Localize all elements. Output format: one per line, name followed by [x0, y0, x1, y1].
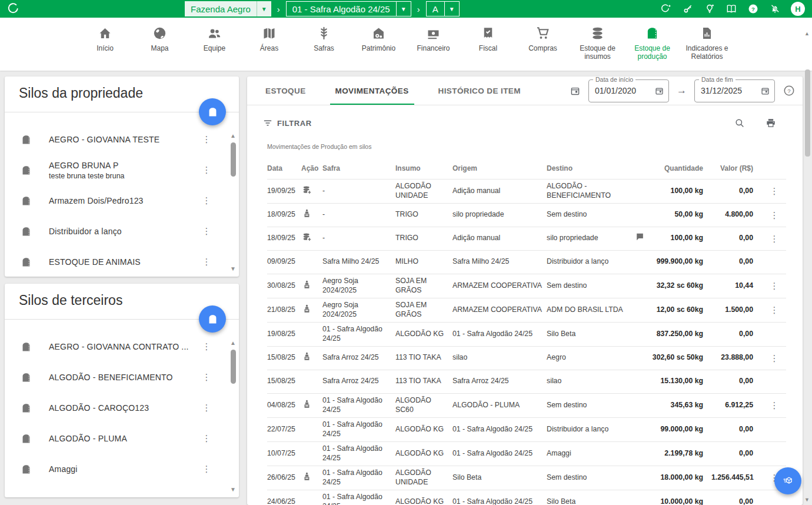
chevron-down-icon[interactable]: ▼ — [396, 2, 411, 16]
add-property-silo-button[interactable] — [199, 98, 226, 125]
date-start-field[interactable]: Data de início 01/01/2020 — [588, 79, 669, 102]
silo-item-menu-button[interactable]: ⋮ — [201, 341, 212, 352]
row-menu-button[interactable]: ⋮ — [770, 186, 779, 196]
silo-item-menu-button[interactable]: ⋮ — [201, 372, 212, 383]
key-icon[interactable] — [682, 3, 694, 15]
scroll-up-icon[interactable]: ▲ — [804, 31, 810, 36]
property-list-scrollbar: ▲ ▼ — [229, 132, 237, 272]
notifications-off-icon[interactable] — [769, 3, 781, 15]
silo-item-menu-button[interactable]: ⋮ — [201, 134, 212, 145]
silo-item-menu-button[interactable]: ⋮ — [201, 165, 212, 175]
calendar-icon[interactable] — [654, 86, 664, 96]
nav-item-label: Safras — [314, 44, 334, 52]
col-header-safra: Safra — [322, 164, 395, 174]
silo-list-item[interactable]: ESTOQUE DE ANIMAIS⋮ — [5, 247, 239, 277]
silo-list-item[interactable]: Armazem Dois/Pedro123⋮ — [5, 185, 239, 216]
print-icon[interactable] — [765, 117, 777, 129]
help-icon[interactable]: ? — [747, 3, 759, 15]
nav-item-safras[interactable]: Safras — [301, 25, 348, 71]
nav-item-financeiro[interactable]: Financeiro — [410, 25, 457, 71]
silo-name: AEGRO - GIOVANNA CONTRATO ... — [49, 342, 189, 351]
nav-item-label: Financeiro — [417, 44, 450, 52]
referral-icon[interactable] — [660, 3, 672, 15]
scrollbar-thumb[interactable] — [231, 142, 236, 177]
nav-item-estoque-insumos[interactable]: Estoque de insumos — [574, 25, 621, 71]
silo-list-item[interactable]: Amaggi⋮ — [5, 454, 239, 484]
lightbulb-plus-icon[interactable] — [704, 3, 716, 15]
nav-item-patrimonio[interactable]: Patrimônio — [355, 25, 402, 71]
property-silos-header: Silos da propriedade — [5, 77, 239, 112]
cell-safra: 01 - Safra Algodão 24/25 — [322, 493, 395, 505]
nav-item-compras[interactable]: Compras — [520, 25, 567, 71]
help-outline-icon[interactable]: ? — [783, 84, 796, 97]
avatar[interactable]: H — [791, 2, 805, 16]
cell-quantidade: 345,63 kg — [649, 401, 711, 410]
nav-item-estoque-producao[interactable]: Estoque de produção — [629, 25, 676, 71]
row-menu-button[interactable]: ⋮ — [770, 400, 779, 410]
table-row: 24/06/2501 - Safra Algodão 24/25ALGODÃO … — [267, 490, 786, 505]
plot-selector[interactable]: A ▼ — [426, 1, 460, 16]
scroll-down-icon[interactable]: ▼ — [230, 265, 236, 272]
silo-list-item[interactable]: Distribuidor a lanço⋮ — [5, 216, 239, 247]
scroll-up-icon[interactable]: ▲ — [230, 132, 236, 139]
table-row: 18/09/25-TRIGOsilo propriedadeSem destin… — [267, 204, 786, 227]
filter-button[interactable]: FILTRAR — [262, 118, 312, 128]
scroll-up-icon[interactable]: ▲ — [230, 340, 236, 346]
nav-item-fiscal[interactable]: Fiscal — [465, 25, 512, 71]
silo-list-item[interactable]: AEGRO - GIOVANNA TESTE⋮ — [5, 124, 239, 155]
quick-actions-fab[interactable] — [774, 467, 801, 494]
scroll-down-icon[interactable]: ▼ — [230, 486, 236, 493]
scrollbar-thumb[interactable] — [805, 69, 810, 157]
row-menu-button[interactable]: ⋮ — [770, 353, 779, 363]
search-icon[interactable] — [734, 117, 746, 129]
date-end-value[interactable]: 31/12/2025 — [701, 86, 760, 95]
nav-item-label: Fiscal — [479, 44, 497, 52]
nav-item-equipe[interactable]: Equipe — [191, 25, 238, 71]
scrollbar-thumb[interactable] — [231, 350, 236, 384]
row-menu-button[interactable]: ⋮ — [770, 234, 779, 244]
calendar-icon[interactable] — [570, 85, 581, 97]
silo-item-menu-button[interactable]: ⋮ — [201, 403, 212, 413]
chevron-down-icon[interactable]: ▼ — [257, 1, 271, 16]
silo-item-menu-button[interactable]: ⋮ — [201, 433, 212, 444]
silo-list-item[interactable]: ALGODÃO - PLUMA⋮ — [5, 423, 239, 454]
nav-item-indicadores-relatorios[interactable]: Indicadores e Relatórios — [684, 25, 731, 71]
cell-valor: 23.888,00 — [711, 353, 767, 363]
silo-item-menu-button[interactable]: ⋮ — [201, 195, 212, 206]
date-end-field[interactable]: Data de fim 31/12/2025 — [694, 79, 775, 102]
farm-selector[interactable]: Fazenda Aegro ▼ — [185, 1, 271, 16]
calendar-icon[interactable] — [760, 86, 770, 96]
nav-item-areas[interactable]: Áreas — [246, 25, 293, 71]
silo-list-item[interactable]: ALGODÃO - CAROÇO123⋮ — [5, 393, 239, 423]
cell-safra: Safra Arroz 24/25 — [322, 353, 395, 363]
property-silos-title: Silos da propriedade — [19, 85, 143, 101]
nav-item-mapa[interactable]: Mapa — [137, 25, 184, 71]
comment-icon[interactable] — [635, 235, 645, 244]
add-third-party-silo-button[interactable] — [199, 305, 226, 333]
table-row: 30/08/25Aegro Soja 2024/2025SOJA EM GRÃO… — [267, 274, 786, 298]
row-menu-button[interactable]: ⋮ — [770, 210, 779, 220]
cell-valor: 0,00 — [711, 449, 767, 459]
row-menu-button[interactable]: ⋮ — [770, 305, 779, 315]
silo-icon — [20, 402, 32, 414]
tab-historico-de-item[interactable]: HISTÓRICO DE ITEM — [424, 77, 535, 105]
knowledge-book-icon[interactable] — [726, 3, 737, 15]
row-menu-button[interactable]: ⋮ — [770, 281, 779, 291]
cell-valor: 10,44 — [711, 281, 767, 291]
date-start-value[interactable]: 01/01/2020 — [595, 86, 654, 95]
tab-movimentacoes[interactable]: MOVIMENTAÇÕES — [321, 77, 424, 105]
nav-item-inicio[interactable]: Início — [82, 25, 129, 71]
cell-safra: 01 - Safra Algodão 24/25 — [322, 469, 395, 487]
harvest-selector[interactable]: 01 - Safra Algodão 24/25 ▼ — [286, 1, 411, 16]
chevron-down-icon[interactable]: ▼ — [444, 2, 459, 16]
tab-estoque[interactable]: ESTOQUE — [251, 77, 321, 105]
harvest-selector-label: 01 - Safra Algodão 24/25 — [287, 2, 396, 16]
silo-item-menu-button[interactable]: ⋮ — [201, 257, 212, 267]
scroll-down-icon[interactable]: ▼ — [804, 497, 810, 503]
silo-item-menu-button[interactable]: ⋮ — [201, 464, 212, 474]
silo-list-item[interactable]: AEGRO - GIOVANNA CONTRATO ...⋮ — [5, 331, 239, 362]
silo-list-item[interactable]: ALGODÃO - BENEFICIAMENTO⋮ — [5, 362, 239, 393]
silo-list-item[interactable]: AEGRO BRUNA Pteste bruna teste bruna⋮ — [5, 155, 239, 185]
table-row: 19/09/25-ALGODÃO UNIDADEAdição manualALG… — [267, 180, 786, 204]
silo-item-menu-button[interactable]: ⋮ — [201, 226, 212, 237]
